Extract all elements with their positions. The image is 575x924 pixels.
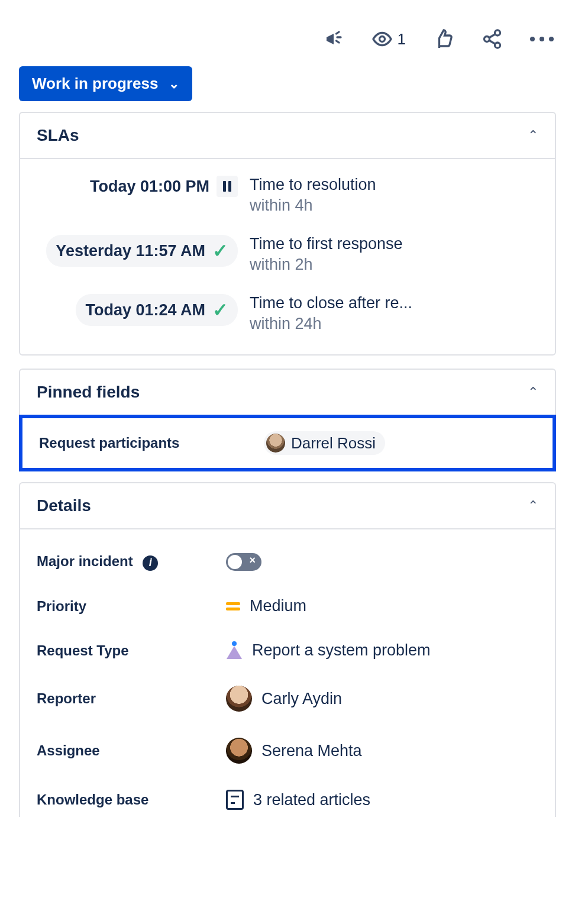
status-dropdown[interactable]: Work in progress ⌄	[19, 66, 192, 101]
thumbs-up-icon	[433, 28, 454, 50]
svg-point-1	[495, 30, 500, 35]
avatar	[226, 686, 252, 712]
sla-time: Yesterday 11:57 AM	[56, 242, 205, 260]
pinned-fields-panel: Pinned fields ⌃ Request participants Dar…	[19, 369, 556, 469]
watch-button[interactable]: 1	[372, 28, 406, 50]
like-button[interactable]	[433, 28, 454, 50]
slas-title: SLAs	[37, 126, 79, 145]
chevron-up-icon: ⌃	[528, 385, 538, 400]
book-icon	[226, 790, 244, 810]
sla-time: Today 01:24 AM	[85, 301, 205, 319]
reporter-value-cell[interactable]: Carly Aydin	[226, 686, 342, 712]
svg-point-3	[495, 43, 500, 48]
feedback-button[interactable]	[323, 28, 344, 50]
priority-medium-icon	[226, 602, 240, 610]
priority-value-cell[interactable]: Medium	[226, 597, 306, 615]
assignee-label: Assignee	[37, 742, 226, 759]
sla-row: Yesterday 11:57 AM ✓ Time to first respo…	[37, 235, 538, 274]
sla-row: Today 01:24 AM ✓ Time to close after re.…	[37, 294, 538, 333]
priority-value: Medium	[250, 597, 306, 615]
svg-point-2	[484, 37, 490, 42]
reporter-name: Carly Aydin	[261, 690, 342, 708]
check-icon: ✓	[212, 299, 228, 321]
eye-icon	[372, 28, 393, 50]
pinned-fields-title: Pinned fields	[37, 383, 140, 402]
priority-label: Priority	[37, 598, 226, 615]
slas-panel: SLAs ⌃ Today 01:00 PM Time to resolution…	[19, 112, 556, 356]
chevron-up-icon: ⌃	[528, 498, 538, 513]
avatar	[226, 738, 252, 764]
knowledge-base-label: Knowledge base	[37, 791, 226, 808]
sla-name: Time to close after re...	[250, 294, 538, 312]
details-panel: Details ⌃ Major incident i × Priority Me…	[19, 482, 556, 817]
major-incident-toggle[interactable]: ×	[226, 553, 261, 571]
watch-count: 1	[398, 30, 406, 49]
slas-panel-header[interactable]: SLAs ⌃	[20, 113, 555, 159]
detail-row-request-type: Request Type Report a system problem	[37, 628, 538, 673]
detail-row-major-incident: Major incident i ×	[37, 540, 538, 584]
share-icon	[482, 28, 503, 50]
check-icon: ✓	[212, 240, 228, 262]
request-type-value: Report a system problem	[252, 641, 431, 660]
pinned-fields-header[interactable]: Pinned fields ⌃	[20, 370, 555, 415]
participant-chip[interactable]: Darrel Rossi	[264, 431, 385, 455]
sla-name: Time to first response	[250, 235, 538, 253]
request-type-value-cell[interactable]: Report a system problem	[226, 641, 431, 660]
issue-actions-toolbar: 1	[19, 24, 556, 66]
chevron-down-icon: ⌄	[169, 76, 179, 92]
reporter-label: Reporter	[37, 690, 226, 707]
sla-due: within 2h	[250, 256, 538, 274]
detail-row-reporter: Reporter Carly Aydin	[37, 673, 538, 725]
info-icon[interactable]: i	[143, 555, 158, 571]
detail-row-knowledge-base: Knowledge base 3 related articles	[37, 777, 538, 817]
status-label: Work in progress	[32, 75, 158, 93]
sla-row: Today 01:00 PM Time to resolution within…	[37, 176, 538, 215]
request-type-icon	[226, 642, 243, 659]
details-body: Major incident i × Priority Medium Reque…	[20, 529, 555, 817]
detail-row-assignee: Assignee Serena Mehta	[37, 725, 538, 777]
request-type-label: Request Type	[37, 642, 226, 659]
chevron-up-icon: ⌃	[528, 128, 538, 143]
share-button[interactable]	[482, 28, 503, 50]
details-header[interactable]: Details ⌃	[20, 483, 555, 529]
sla-name: Time to resolution	[250, 176, 538, 194]
participant-name: Darrel Rossi	[291, 434, 376, 453]
sla-due: within 24h	[250, 315, 538, 333]
detail-row-priority: Priority Medium	[37, 584, 538, 628]
svg-point-0	[379, 37, 385, 42]
slas-body: Today 01:00 PM Time to resolution within…	[20, 159, 555, 354]
ellipsis-icon	[530, 37, 554, 41]
avatar	[266, 434, 285, 453]
sla-time: Today 01:00 PM	[90, 177, 209, 196]
pinned-field-highlight: Request participants Darrel Rossi	[19, 415, 556, 471]
assignee-name: Serena Mehta	[261, 742, 362, 760]
more-actions-button[interactable]	[530, 37, 554, 41]
details-title: Details	[37, 496, 91, 515]
pause-icon	[217, 176, 238, 197]
knowledge-base-value-cell[interactable]: 3 related articles	[226, 790, 370, 810]
major-incident-label: Major incident	[37, 553, 133, 569]
assignee-value-cell[interactable]: Serena Mehta	[226, 738, 362, 764]
sla-due: within 4h	[250, 196, 538, 215]
request-participants-label: Request participants	[39, 435, 217, 451]
knowledge-base-value: 3 related articles	[253, 791, 370, 809]
megaphone-icon	[323, 28, 344, 50]
